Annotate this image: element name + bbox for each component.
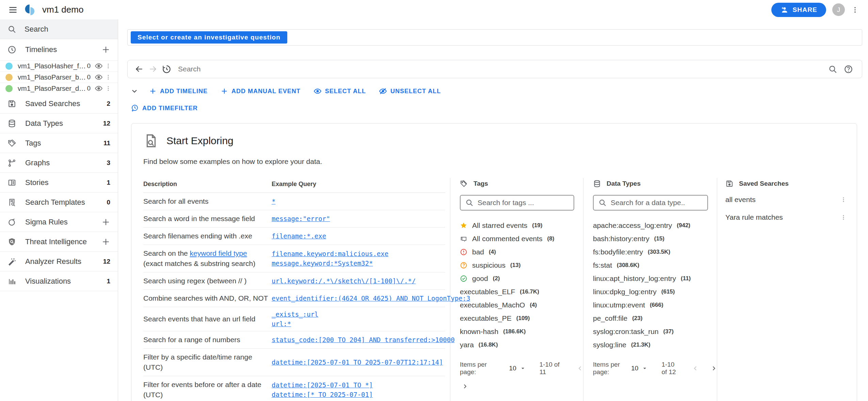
search-bar: [127, 60, 862, 78]
add-timeline-button[interactable]: ADD TIMELINE: [145, 85, 212, 97]
query-link[interactable]: event_identifier:(4624 OR 4625) AND NOT …: [272, 295, 470, 302]
sidebar-item-tags[interactable]: Tags 11: [0, 133, 118, 153]
sketch-title: vm1 demo: [42, 4, 83, 15]
query-link[interactable]: datetime:[2025-07-01 TO *]: [272, 381, 373, 389]
tags-pagination: Items per page: 10 1-10 of 11: [460, 361, 583, 376]
data-types-search-input[interactable]: [611, 199, 703, 207]
timeline-kebab-menu-icon[interactable]: [103, 72, 113, 82]
query-link[interactable]: status_code:[200 TO 204] AND transferred…: [272, 336, 455, 344]
tag-item-good[interactable]: good (2): [460, 272, 583, 285]
query-link[interactable]: datetime:[* TO 2025-07-01]: [272, 391, 373, 398]
avatar[interactable]: J: [832, 3, 845, 16]
page-size-select[interactable]: 10: [631, 365, 647, 372]
timeline-row[interactable]: vm1_PlasoHasher_fs:stat 0: [0, 60, 118, 71]
keyword-field-type-link[interactable]: keyword field type: [190, 249, 247, 257]
saved-search-link[interactable]: Yara rule matches: [725, 213, 840, 221]
data-type-item[interactable]: linux:dpkg_log:entry (615): [593, 285, 717, 298]
saved-search-kebab-menu-icon[interactable]: [840, 197, 847, 203]
data-types-pagination: Items per page: 10 1-10 of 12: [593, 361, 717, 376]
query-link[interactable]: message.keyword:*System32*: [272, 260, 373, 267]
sidebar-item-graphs[interactable]: Graphs 3: [0, 153, 118, 173]
database-icon: [7, 119, 16, 128]
header-kebab-menu-icon[interactable]: [849, 4, 861, 16]
clock-plus-icon: [131, 104, 139, 112]
query-link[interactable]: message:"error": [272, 215, 330, 222]
tag-item[interactable]: known-hash (186.6K): [460, 325, 583, 338]
tag-item[interactable]: executables_ELF (16.7K): [460, 285, 583, 298]
prev-page-chevron-icon[interactable]: [692, 365, 698, 371]
tag-item-commented[interactable]: All commented events (8): [460, 232, 583, 245]
query-link[interactable]: datetime:[2025-07-01 TO 2025-07-07T12:17…: [272, 358, 443, 366]
query-link[interactable]: url.keyword:/.*\/sketch\/[1-100]\/.*/: [272, 277, 416, 285]
add-threat-intel-plus-icon[interactable]: [101, 237, 110, 246]
prev-page-chevron-icon[interactable]: [577, 365, 583, 371]
data-type-item[interactable]: syslog:cron:task_run (37): [593, 325, 717, 338]
table-row: Search filenames ending with .exe filena…: [143, 228, 445, 245]
timeline-kebab-menu-icon[interactable]: [103, 61, 113, 71]
select-all-button[interactable]: SELECT ALL: [309, 85, 370, 97]
tag-item[interactable]: executables_MachO (4): [460, 298, 583, 312]
forward-arrow-icon[interactable]: [146, 62, 160, 76]
sidebar-item-data-types[interactable]: Data Types 12: [0, 114, 118, 133]
data-type-item[interactable]: linux:utmp:event (666): [593, 298, 717, 312]
saved-search-kebab-menu-icon[interactable]: [840, 214, 847, 220]
chevron-down-icon[interactable]: [129, 85, 140, 97]
add-timefilter-button[interactable]: ADD TIMEFILTER: [129, 102, 202, 114]
data-type-item[interactable]: pe_coff:file (23): [593, 312, 717, 325]
next-page-chevron-icon[interactable]: [460, 383, 470, 389]
sidebar-item-saved-searches[interactable]: Saved Searches 2: [0, 94, 118, 114]
sidebar-item-threat-intelligence[interactable]: Threat Intelligence: [0, 232, 118, 252]
table-row: Search for a range of numbers status_cod…: [143, 331, 445, 349]
search-input[interactable]: [178, 65, 826, 73]
query-link[interactable]: *: [272, 198, 275, 205]
saved-search-link[interactable]: all events: [725, 196, 840, 204]
sidebar-item-sigma-rules[interactable]: Sigma Rules: [0, 212, 118, 232]
data-type-item[interactable]: fs:stat (308.6K): [593, 258, 717, 272]
back-arrow-icon[interactable]: [132, 62, 146, 76]
unselect-all-button[interactable]: UNSELECT ALL: [375, 85, 445, 97]
saved-search-row: all events: [725, 192, 847, 207]
help-icon[interactable]: [841, 62, 855, 76]
table-row: Search using regex (between // ) url.key…: [143, 272, 445, 290]
search-history-icon[interactable]: [160, 62, 173, 76]
timeline-kebab-menu-icon[interactable]: [103, 84, 113, 93]
page-size-select[interactable]: 10: [509, 365, 525, 372]
sidebar-item-analyzer-results[interactable]: Analyzer Results 12: [0, 252, 118, 271]
tag-item-starred[interactable]: All starred events (19): [460, 219, 583, 232]
data-type-item[interactable]: fs:bodyfile:entry (303.5K): [593, 245, 717, 258]
sidebar-item-visualizations[interactable]: Visualizations 1: [0, 271, 118, 291]
sidebar-item-search[interactable]: Search: [0, 19, 118, 39]
add-sigma-plus-icon[interactable]: [101, 218, 110, 227]
next-page-chevron-icon[interactable]: [711, 365, 717, 371]
saved-search-row: Yara rule matches: [725, 210, 847, 225]
tag-item[interactable]: executables_PE (109): [460, 312, 583, 325]
query-link[interactable]: filename:*.exe: [272, 232, 326, 240]
tag-item-bad[interactable]: bad (4): [460, 245, 583, 258]
sidebar-item-stories[interactable]: Stories 1: [0, 173, 118, 193]
query-link[interactable]: url:*: [272, 320, 291, 328]
bar-chart-icon: [7, 277, 16, 286]
tag-item-suspicious[interactable]: suspicious (13): [460, 258, 583, 272]
data-type-item[interactable]: bash:history:entry (15): [593, 232, 717, 245]
hamburger-menu-icon[interactable]: [6, 3, 20, 17]
eye-icon[interactable]: [95, 84, 103, 93]
query-link[interactable]: _exists_:url: [272, 311, 318, 318]
select-question-button[interactable]: Select or create an investigative questi…: [131, 31, 287, 44]
timeline-row[interactable]: vm1_PlasoParser_disk 0: [0, 83, 118, 94]
tags-search-input[interactable]: [478, 199, 570, 207]
add-manual-event-button[interactable]: ADD MANUAL EVENT: [216, 85, 305, 97]
data-type-item[interactable]: linux:apt_history_log:entry (11): [593, 272, 717, 285]
share-button[interactable]: SHARE: [771, 3, 826, 17]
sidebar-item-search-templates[interactable]: Search Templates 0: [0, 193, 118, 212]
timeline-row[interactable]: vm1_PlasoParser_bodyfile 0: [0, 71, 118, 83]
tag-item[interactable]: yara (16.8K): [460, 338, 583, 351]
eye-icon[interactable]: [95, 73, 103, 81]
search-submit-icon[interactable]: [826, 62, 839, 76]
data-type-item[interactable]: syslog:line (21.3K): [593, 338, 717, 351]
column-header-example-query: Example Query: [272, 181, 316, 188]
add-timeline-plus-icon[interactable]: [101, 45, 110, 54]
question-icon: [460, 262, 467, 269]
eye-icon[interactable]: [95, 62, 103, 70]
query-link[interactable]: filename.keyword:malicious.exe: [272, 250, 388, 257]
data-type-item[interactable]: apache:access_log:entry (942): [593, 219, 717, 232]
